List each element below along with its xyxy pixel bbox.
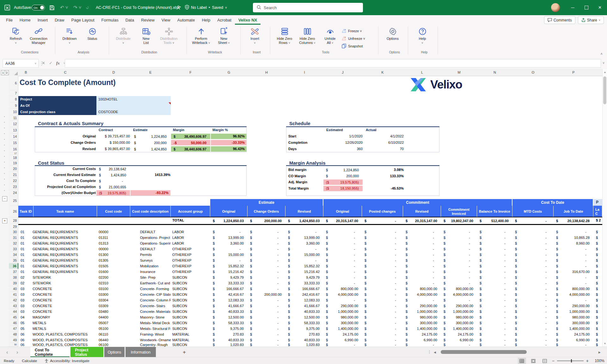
row-header-42[interactable]: 42 [9, 297, 18, 303]
schedule-actual[interactable]: 70 [366, 147, 404, 152]
contract-summary-margin[interactable]: $38,440,606.97 [171, 146, 210, 152]
cell-cp[interactable]: $- [362, 320, 403, 326]
row-header-20[interactable]: 20 [9, 166, 18, 172]
row-header-28[interactable]: 28 [9, 217, 18, 224]
cell-er[interactable]: $166,666.67 [285, 286, 323, 292]
total-eo[interactable]: $1,224,850.03 [210, 218, 248, 224]
cell-co[interactable]: $- [323, 297, 362, 303]
cost-status-row-label[interactable]: Cost To Complete [32, 179, 96, 184]
cell-bi[interactable]: $- [477, 303, 512, 309]
share-button[interactable]: Share ˅ [578, 16, 604, 24]
margin-analysis-pct[interactable]: -45.53% [366, 186, 404, 191]
cell-account-group[interactable]: OTHEREXP [171, 246, 210, 252]
row-header-21[interactable]: 21 [9, 172, 18, 178]
table-column-header[interactable]: Cost code [97, 206, 130, 217]
table-column-header[interactable]: Commitment Invoiced [441, 206, 477, 217]
row-header-33[interactable]: 33 [9, 246, 18, 252]
cell-task-name[interactable]: GENERAL REQUIREMENTS [31, 258, 97, 263]
cell-jtd[interactable]: $8,960.00 [554, 240, 593, 246]
cell-account-group[interactable]: SUBCON [171, 314, 210, 320]
cell-mtd[interactable]: $- [512, 309, 554, 314]
cell-ci[interactable]: $300,000.00 [441, 320, 477, 326]
cell-cost-code[interactable]: 06100 [97, 343, 130, 347]
cell-eo[interactable]: $15,000.00 [210, 252, 248, 258]
row-header-15[interactable]: 15 [9, 140, 18, 146]
cell-cp[interactable]: $- [362, 229, 403, 235]
outline-expand-button[interactable]: + [2, 218, 7, 223]
table-column-header[interactable]: Account group [171, 206, 210, 217]
cell-cost-code[interactable]: 01505 [97, 263, 130, 269]
cell-jtd[interactable]: $24,175.00 [554, 331, 593, 337]
report-field-label-1[interactable]: Project [18, 96, 96, 102]
hscroll-right-icon[interactable]: ▶ [598, 347, 601, 357]
collapse-ribbon-icon[interactable]: ˄ [601, 52, 603, 56]
column-header-I[interactable]: I [285, 69, 324, 76]
cell-cr[interactable]: $- [403, 343, 441, 347]
row-header-44[interactable]: 44 [9, 309, 18, 314]
cell-cr[interactable]: $- [403, 297, 441, 303]
margin-analysis-row-label[interactable]: Total Margin [288, 186, 323, 191]
cell-cost-code-description[interactable]: Operations- Superinter [138, 240, 171, 246]
cell-ci[interactable]: $6,990.00 [441, 337, 477, 343]
contract-summary-row-label[interactable]: Change Orders [38, 141, 96, 145]
options-button[interactable]: Options [381, 27, 404, 41]
column-header-C[interactable]: C [34, 69, 97, 76]
menu-tab-help[interactable]: Help [198, 15, 214, 25]
cell-partial[interactable]: $ [593, 320, 602, 326]
cell-ec[interactable]: $- [248, 286, 285, 292]
row-header-36[interactable]: 36 [9, 263, 18, 269]
cell-partial[interactable]: $ [593, 263, 602, 269]
cell-cp[interactable]: $- [362, 343, 403, 347]
cell-cost-code-description[interactable]: DEFAULT [138, 229, 171, 235]
cell-ec[interactable]: $200,000.00 [248, 292, 285, 297]
cell-account-group[interactable]: SUBCON [171, 343, 210, 347]
margin-analysis-row-label[interactable]: CO Margin [288, 174, 323, 179]
total-er[interactable]: $1,424,850.03 [285, 218, 323, 224]
cell-cr[interactable]: $- [403, 246, 441, 252]
contract-summary-estimate[interactable]: $200,000 [132, 140, 170, 145]
cell-cost-code-description[interactable]: Metals- Metal Deck [138, 320, 171, 326]
cell-cp[interactable]: $- [362, 252, 403, 258]
cell-partial[interactable]: $ [593, 292, 602, 297]
cell-co[interactable]: $- [323, 269, 362, 275]
row-header-14[interactable]: 14 [9, 133, 18, 140]
cell-mtd[interactable]: $- [512, 235, 554, 240]
column-header-M[interactable]: M [441, 69, 477, 76]
schedule-actual[interactable]: 4/1/2022 [366, 134, 404, 139]
cell-cr[interactable]: $24,175.00 [403, 331, 441, 337]
cell-bi[interactable]: $- [477, 269, 512, 275]
name-box-dropdown-icon[interactable]: ˅ [35, 62, 38, 65]
total-cr[interactable]: $20,315,147.00 [403, 218, 441, 224]
maximize-button[interactable] [579, 0, 593, 15]
cell-ec[interactable]: $- [248, 303, 285, 309]
cell-cost-code-description[interactable]: Earthwork- Cut and Fill [138, 280, 171, 286]
contract-summary-estimate[interactable]: $1,224,850 [132, 134, 170, 139]
cell-cr[interactable]: $- [403, 275, 441, 280]
cell-account-group[interactable]: LABOR [171, 229, 210, 235]
redo-icon[interactable]: ↷ ˅ [73, 0, 82, 15]
cell-cp[interactable]: $- [362, 314, 403, 320]
cell-jtd[interactable]: $6,990.00 [554, 337, 593, 343]
cell-partial[interactable]: $ [593, 286, 602, 292]
cell-ci[interactable]: $- [441, 280, 477, 286]
table-column-header[interactable]: Job To Date [554, 206, 593, 217]
cell-cp[interactable]: $- [362, 275, 403, 280]
cell-bi[interactable]: $- [477, 235, 512, 240]
cell-cr[interactable]: $- [403, 263, 441, 269]
table-column-header[interactable]: Task name [34, 206, 97, 217]
cell-mtd[interactable]: $- [512, 246, 554, 252]
cell-ci[interactable]: $- [441, 240, 477, 246]
contract-summary-contract[interactable]: $ 39,865,457.00 [96, 147, 130, 152]
hscroll-left-icon[interactable]: ◀ [434, 347, 436, 357]
vertical-scrollbar-thumb[interactable] [603, 76, 606, 104]
cell-ec[interactable]: $- [248, 252, 285, 258]
unhide-all-button[interactable]: UnhideAll ˅ [319, 27, 341, 45]
cell-cp[interactable]: $- [362, 286, 403, 292]
cell-eo[interactable]: $166,666.67 [210, 286, 248, 292]
cell-bi[interactable]: $- [477, 326, 512, 331]
cell-task-name[interactable]: GENERAL REQUIREMENTS [31, 246, 97, 252]
cell-task-name[interactable]: CONCRETE [31, 297, 97, 303]
cell-cp[interactable]: $- [362, 246, 403, 252]
cell-eo[interactable]: $- [210, 246, 248, 252]
cell-cost-code-description[interactable]: Concrete- Materials & I [138, 309, 171, 314]
